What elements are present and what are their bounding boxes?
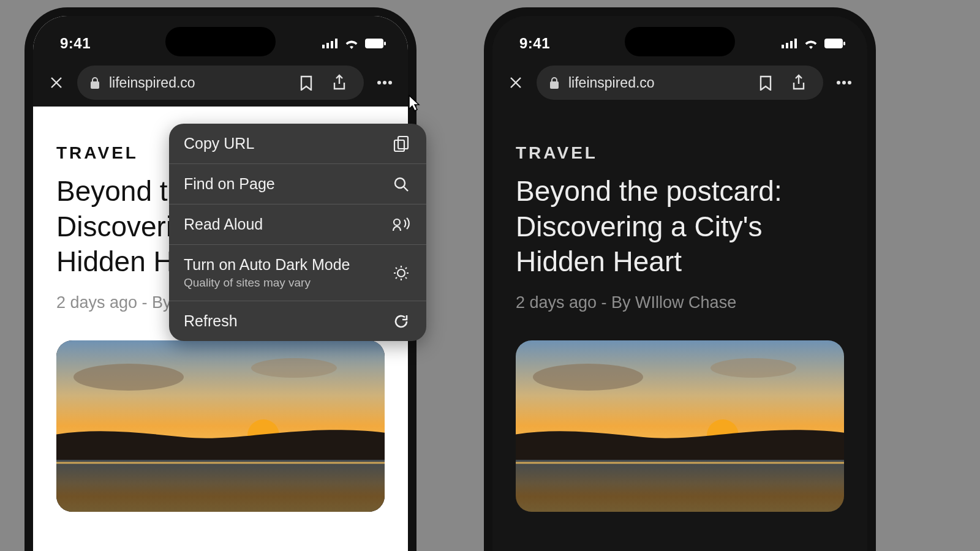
cursor-icon	[408, 94, 420, 111]
context-menu: Copy URL Find on Page Read Aloud Turn on…	[169, 124, 426, 341]
status-icons	[782, 38, 845, 49]
address-bar[interactable]: lifeinspired.co	[77, 66, 364, 100]
svg-point-20	[398, 269, 405, 277]
svg-rect-3	[335, 39, 337, 48]
svg-rect-26	[843, 42, 845, 45]
screen-dark: 9:41 lifeinspired.co	[492, 16, 867, 551]
bookmark-button[interactable]	[753, 70, 778, 95]
svg-rect-27	[550, 81, 559, 89]
more-button[interactable]	[372, 70, 397, 95]
svg-point-13	[251, 358, 337, 378]
cellular-icon	[322, 39, 338, 48]
article-category: TRAVEL	[516, 143, 844, 163]
brightness-icon	[391, 264, 412, 282]
menu-label: Turn on Auto Dark Mode	[184, 256, 381, 274]
lock-icon	[549, 77, 560, 89]
hero-image	[516, 340, 844, 512]
cellular-icon	[782, 39, 797, 48]
menu-find-on-page[interactable]: Find on Page	[169, 163, 426, 204]
svg-point-30	[848, 81, 851, 84]
svg-rect-15	[56, 460, 385, 512]
article-byline: 2 days ago - By WIllow Chase	[516, 293, 844, 312]
svg-rect-6	[91, 81, 99, 89]
svg-rect-23	[790, 41, 793, 48]
wifi-icon	[344, 38, 359, 49]
battery-icon	[365, 39, 386, 48]
read-aloud-icon	[391, 217, 412, 232]
svg-point-28	[837, 81, 840, 84]
browser-toolbar: lifeinspired.co	[33, 59, 408, 107]
article-content: TRAVEL Beyond the postcard: Discovering …	[492, 107, 867, 512]
svg-rect-36	[516, 460, 844, 512]
status-time: 9:41	[60, 35, 91, 52]
share-button[interactable]	[786, 70, 811, 95]
svg-rect-5	[384, 42, 386, 45]
address-bar[interactable]: lifeinspired.co	[537, 66, 823, 100]
menu-sublabel: Quality of sites may vary	[184, 276, 381, 290]
menu-label: Read Aloud	[184, 216, 381, 233]
url-text: lifeinspired.co	[109, 75, 285, 91]
svg-point-29	[842, 81, 846, 84]
hero-image	[56, 340, 385, 512]
menu-label: Refresh	[184, 312, 381, 330]
close-button[interactable]	[44, 70, 69, 95]
menu-read-aloud[interactable]: Read Aloud	[169, 204, 426, 244]
close-button[interactable]	[503, 70, 528, 95]
svg-rect-25	[824, 39, 843, 48]
svg-point-7	[377, 81, 381, 84]
url-text: lifeinspired.co	[568, 75, 745, 91]
svg-rect-21	[782, 45, 784, 48]
copy-icon	[391, 135, 412, 152]
bookmark-button[interactable]	[294, 70, 318, 95]
menu-copy-url[interactable]: Copy URL	[169, 124, 426, 163]
menu-label: Copy URL	[184, 135, 381, 152]
phone-light: 9:41 lifeinspired.co	[24, 7, 417, 551]
article-headline: Beyond the postcard: Discovering a City'…	[516, 174, 844, 280]
wifi-icon	[804, 38, 818, 49]
menu-auto-dark-mode[interactable]: Turn on Auto Dark Mode Quality of sites …	[169, 244, 426, 301]
dynamic-island	[165, 27, 276, 56]
svg-rect-1	[326, 43, 329, 48]
svg-rect-22	[786, 43, 788, 48]
phone-dark: 9:41 lifeinspired.co	[484, 7, 876, 551]
battery-icon	[824, 39, 845, 48]
svg-rect-17	[394, 140, 404, 151]
svg-point-19	[394, 219, 400, 225]
svg-rect-0	[322, 45, 325, 48]
browser-toolbar: lifeinspired.co	[492, 59, 867, 107]
svg-point-34	[710, 358, 796, 378]
menu-label: Find on Page	[184, 175, 381, 193]
svg-point-8	[383, 81, 386, 84]
svg-point-12	[74, 364, 184, 391]
search-icon	[391, 176, 412, 192]
share-button[interactable]	[327, 70, 352, 95]
refresh-icon	[391, 313, 412, 329]
menu-refresh[interactable]: Refresh	[169, 301, 426, 341]
svg-rect-24	[794, 39, 797, 48]
svg-rect-16	[398, 137, 408, 149]
dynamic-island	[625, 27, 735, 56]
svg-point-18	[395, 178, 405, 188]
status-icons	[322, 38, 386, 49]
more-button[interactable]	[832, 70, 856, 95]
svg-point-33	[533, 364, 643, 391]
lock-icon	[89, 77, 100, 89]
status-time: 9:41	[519, 35, 550, 52]
svg-rect-2	[331, 41, 333, 48]
svg-rect-4	[365, 39, 383, 48]
svg-point-9	[388, 81, 392, 84]
